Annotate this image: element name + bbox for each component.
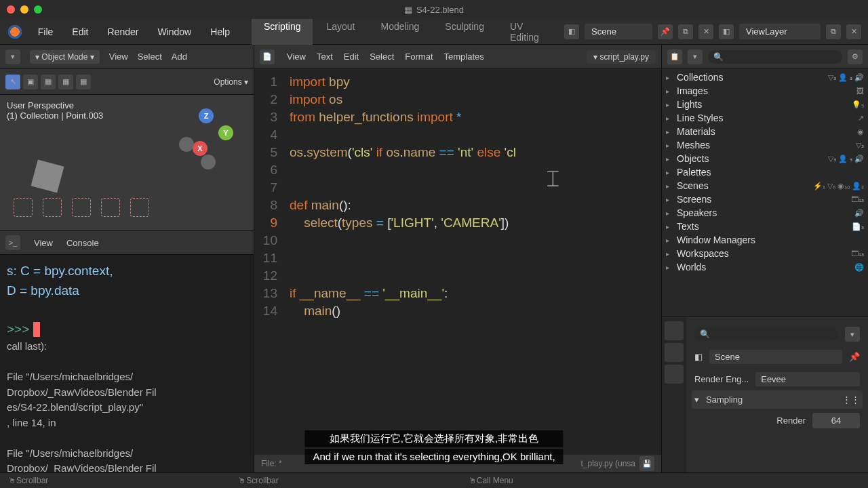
scene-browse-icon[interactable]: ◧ [564,24,579,39]
outliner-item-texts[interactable]: ▸ Texts 📄₃ [662,220,868,233]
panel-menu-icon[interactable]: ⋮⋮ [842,394,860,405]
light-object[interactable] [101,198,120,217]
viewlayer-browse-icon[interactable]: ◧ [719,24,734,39]
python-console[interactable]: s: C = bpy.context, D = bpy.data >>> cal… [0,255,254,472]
save-script-icon[interactable]: 💾 [639,456,654,471]
mode-selector[interactable]: ▾ Object Mode ▾ [30,50,100,64]
camera-object[interactable] [72,198,91,217]
gizmo-y-axis[interactable]: Y [218,125,233,140]
outliner-item-images[interactable]: ▸ Images 🖼 [662,84,868,98]
outliner-item-screens[interactable]: ▸ Screens 🗔₁₃ [662,192,868,206]
chevron-right-icon[interactable]: ▸ [666,115,677,122]
outliner-item-workspaces[interactable]: ▸ Workspaces 🗔₁₃ [662,247,868,260]
outliner-item-meshes[interactable]: ▸ Meshes ▽₃ [662,138,868,152]
chevron-right-icon[interactable]: ▸ [666,223,677,230]
console-menu-view[interactable]: View [34,238,53,248]
viewport-menu-add[interactable]: Add [172,52,187,62]
chevron-right-icon[interactable]: ▸ [666,209,677,217]
cursor-tool-icon[interactable]: ↖ [5,75,20,89]
light-object[interactable] [43,198,62,217]
gizmo-x-axis[interactable]: X [193,141,208,156]
tab-scripting[interactable]: Scripting [252,16,313,48]
sampling-panel-header[interactable]: ▾ Sampling ⋮⋮ [692,390,863,409]
chevron-right-icon[interactable]: ▸ [666,101,677,108]
menu-file[interactable]: File [30,22,62,41]
outliner-item-materials[interactable]: ▸ Materials ◉ [662,125,868,138]
viewport-menu-view[interactable]: View [109,52,128,62]
copy-scene-icon[interactable]: ⧉ [678,24,693,39]
outliner-item-line-styles[interactable]: ▸ Line Styles ↗ [662,111,868,125]
menu-help[interactable]: Help [202,22,238,41]
code-area[interactable]: import bpyimport osfrom helper_functions… [283,69,516,455]
tab-layout[interactable]: Layout [314,16,367,48]
text-menu-format[interactable]: Format [405,52,433,62]
select-tool3-icon[interactable]: ▦ [76,75,91,89]
outliner-item-window-managers[interactable]: ▸ Window Managers [662,233,868,247]
text-editor[interactable]: 1234567891011121314 import bpyimport osf… [254,69,661,455]
nav-gizmo[interactable]: Z Y X [179,108,233,163]
chevron-right-icon[interactable]: ▸ [666,182,677,190]
outliner-item-collections[interactable]: ▸ Collections ▽₃ 👤 ₃ 🔊 [662,70,868,84]
blender-logo-icon[interactable] [7,24,23,40]
chevron-right-icon[interactable]: ▸ [666,169,677,176]
text-menu-templates[interactable]: Templates [444,52,484,62]
tab-sculpting[interactable]: Sculpting [433,16,496,48]
outliner-item-scenes[interactable]: ▸ Scenes ⚡₂ ▽₆ ◉₁₀ 👤₂ [662,179,868,192]
menu-edit[interactable]: Edit [64,22,96,41]
light-object[interactable] [14,198,33,217]
outliner-item-speakers[interactable]: ▸ Speakers 🔊 [662,206,868,220]
3d-viewport[interactable]: User Perspective (1) Collection | Point.… [0,95,254,230]
text-menu-edit[interactable]: Edit [344,52,359,62]
chevron-right-icon[interactable]: ▸ [666,237,677,244]
console-menu-console[interactable]: Console [66,238,99,248]
chevron-right-icon[interactable]: ▸ [666,128,677,136]
properties-search-input[interactable] [694,327,838,341]
scene-name-display[interactable]: Scene [709,350,842,364]
chevron-right-icon[interactable]: ▸ [666,74,677,81]
script-selector[interactable]: ▾ script_play.py [587,50,656,64]
chevron-right-icon[interactable]: ▸ [666,155,677,163]
delete-viewlayer-icon[interactable]: ✕ [846,24,861,39]
render-engine-dropdown[interactable]: Eevee [755,372,860,386]
close-button[interactable] [7,5,15,14]
text-menu-view[interactable]: View [287,52,306,62]
filter-icon[interactable]: ⚙ [848,49,863,64]
menu-window[interactable]: Window [149,22,199,41]
outliner[interactable]: ▸ Collections ▽₃ 👤 ₃ 🔊 ▸ Images 🖼 ▸ Ligh… [662,69,868,317]
editor-type-icon[interactable]: ▾ [5,49,20,64]
output-tab-icon[interactable] [665,343,684,362]
outliner-item-palettes[interactable]: ▸ Palettes [662,165,868,179]
chevron-right-icon[interactable]: ▸ [666,142,677,149]
pin-icon[interactable]: 📌 [658,24,673,39]
display-mode-icon[interactable]: ▾ [688,49,703,64]
select-box-icon[interactable]: ▣ [23,75,38,89]
gizmo-neg-axis[interactable] [179,137,194,152]
tab-modeling[interactable]: Modeling [369,16,432,48]
maximize-button[interactable] [34,5,42,14]
options-icon[interactable]: ▾ [845,327,860,342]
select-tool2-icon[interactable]: ▦ [58,75,73,89]
mesh-object[interactable] [31,160,64,193]
editor-type-icon[interactable]: >_ [5,235,20,250]
select-tool-icon[interactable]: ▦ [41,75,56,89]
pin-icon[interactable]: 📌 [849,352,860,362]
gizmo-neg-axis2[interactable] [201,155,216,169]
viewlayer-name-input[interactable] [739,24,821,39]
scene-name-input[interactable] [585,24,652,39]
outliner-item-objects[interactable]: ▸ Objects ▽₃ 👤 ₃ 🔊 [662,152,868,165]
viewport-menu-select[interactable]: Select [138,52,162,62]
delete-scene-icon[interactable]: ✕ [698,24,713,39]
copy-viewlayer-icon[interactable]: ⧉ [826,24,841,39]
minimize-button[interactable] [20,5,28,14]
text-menu-select[interactable]: Select [370,52,394,62]
render-tab-icon[interactable] [665,321,684,340]
chevron-right-icon[interactable]: ▸ [666,196,677,203]
chevron-right-icon[interactable]: ▸ [666,264,677,271]
options-dropdown[interactable]: Options ▾ [214,77,248,87]
outliner-item-worlds[interactable]: ▸ Worlds 🌐 [662,260,868,274]
editor-type-icon[interactable]: 📄 [260,49,275,64]
scene-tab-icon[interactable] [665,365,684,384]
render-samples-input[interactable]: 64 [812,413,860,428]
chevron-right-icon[interactable]: ▸ [666,250,677,258]
gizmo-z-axis[interactable]: Z [199,108,214,123]
